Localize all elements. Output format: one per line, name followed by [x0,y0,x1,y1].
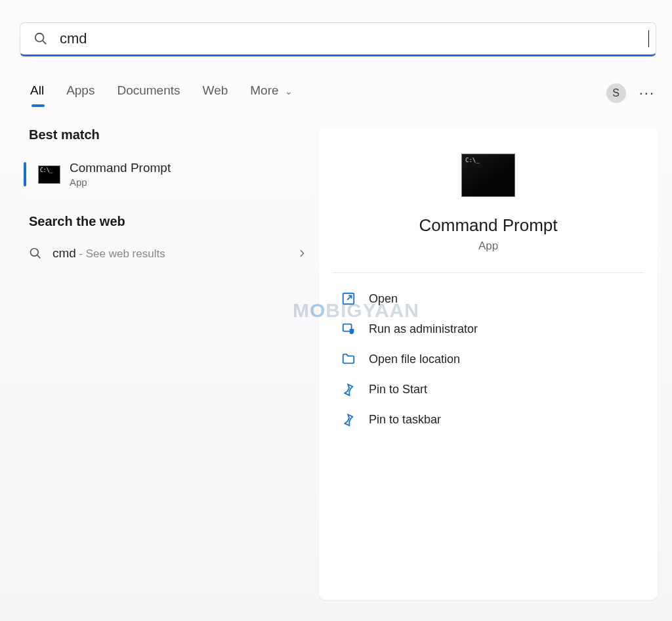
best-match-subtitle: App [70,177,171,188]
command-prompt-icon [38,165,60,184]
svg-line-1 [43,41,46,44]
action-open[interactable]: Open [336,285,658,312]
action-label: Run as administrator [369,322,478,336]
search-icon [29,247,42,260]
best-match-result[interactable]: Command Prompt App [24,153,312,196]
web-query: cmd [52,246,76,260]
action-label: Open file location [369,353,460,366]
action-label: Pin to taskbar [369,413,441,427]
best-match-title: Command Prompt [70,161,171,175]
tab-apps[interactable]: Apps [66,83,94,103]
web-hint: - See web results [79,247,165,260]
results-list: Best match Command Prompt App Search the… [24,127,312,600]
svg-point-2 [31,249,39,257]
section-best-match: Best match [29,127,312,142]
tab-documents[interactable]: Documents [117,83,180,103]
tab-more[interactable]: More ⌄ [250,83,293,103]
preview-pane: Command Prompt App Open Run as administr… [319,127,658,600]
command-prompt-icon [461,154,515,197]
action-open-location[interactable]: Open file location [336,345,658,373]
svg-line-3 [37,255,41,259]
tab-more-label: More [250,83,278,97]
web-search-result[interactable]: cmd - See web results [24,240,312,267]
action-run-admin[interactable]: Run as administrator [336,315,658,343]
chevron-right-icon [297,248,307,259]
preview-subtitle: App [478,240,498,253]
preview-title: Command Prompt [419,215,558,236]
search-box[interactable] [20,22,656,56]
search-input[interactable] [60,30,651,47]
tab-web[interactable]: Web [203,83,228,103]
divider [332,272,644,273]
user-avatar[interactable]: S [606,83,626,103]
pin-icon [341,382,356,396]
action-pin-start[interactable]: Pin to Start [336,375,658,403]
action-pin-taskbar[interactable]: Pin to taskbar [336,406,658,433]
action-label: Open [369,292,398,306]
svg-point-0 [35,33,44,42]
section-search-web: Search the web [29,214,312,229]
folder-icon [341,352,356,366]
search-icon [33,32,48,46]
more-options-button[interactable]: ··· [639,85,655,102]
chevron-down-icon: ⌄ [285,86,293,96]
preview-actions: Open Run as administrator Open file loca… [336,285,658,433]
open-icon [341,291,356,306]
filter-tabs-row: All Apps Documents Web More ⌄ S ··· [30,79,655,108]
action-label: Pin to Start [369,383,427,396]
shield-admin-icon [341,322,356,336]
tab-all[interactable]: All [30,83,44,103]
text-caret [648,30,649,47]
pin-icon [341,412,356,427]
